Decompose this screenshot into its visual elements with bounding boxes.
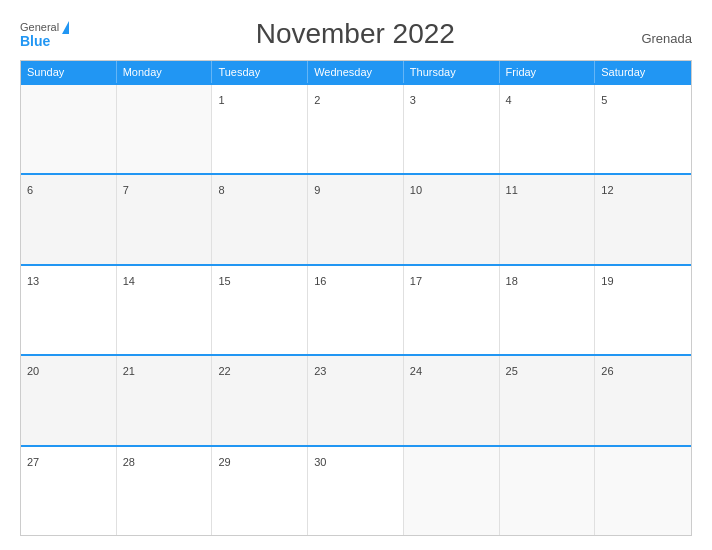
- day-cell: 26: [595, 356, 691, 444]
- day-cell: 1: [212, 85, 308, 173]
- day-cell: 23: [308, 356, 404, 444]
- week-row: 27 28 29 30: [21, 445, 691, 535]
- day-cell: [117, 85, 213, 173]
- day-cell: 19: [595, 266, 691, 354]
- day-cell: 29: [212, 447, 308, 535]
- day-cell: [21, 85, 117, 173]
- header-sunday: Sunday: [21, 61, 117, 83]
- logo-blue-text: Blue: [20, 34, 50, 48]
- day-cell: 13: [21, 266, 117, 354]
- header-monday: Monday: [117, 61, 213, 83]
- page: General Blue November 2022 Grenada Sunda…: [0, 0, 712, 550]
- day-cell: 15: [212, 266, 308, 354]
- month-title: November 2022: [256, 18, 455, 50]
- day-cell: 20: [21, 356, 117, 444]
- day-cell: 18: [500, 266, 596, 354]
- header-friday: Friday: [500, 61, 596, 83]
- logo: General Blue: [20, 21, 69, 48]
- day-cell: 12: [595, 175, 691, 263]
- country-name: Grenada: [641, 31, 692, 50]
- day-cell: 6: [21, 175, 117, 263]
- day-cell: 25: [500, 356, 596, 444]
- header-saturday: Saturday: [595, 61, 691, 83]
- day-cell: [500, 447, 596, 535]
- day-headers: Sunday Monday Tuesday Wednesday Thursday…: [21, 61, 691, 83]
- header-wednesday: Wednesday: [308, 61, 404, 83]
- day-cell: 22: [212, 356, 308, 444]
- logo-triangle-icon: [62, 21, 69, 34]
- day-cell: 5: [595, 85, 691, 173]
- logo-icon: General Blue: [20, 21, 69, 48]
- week-row: 1 2 3 4 5: [21, 83, 691, 173]
- day-cell: 8: [212, 175, 308, 263]
- day-cell: 24: [404, 356, 500, 444]
- week-row: 13 14 15 16 17 18 19: [21, 264, 691, 354]
- day-cell: 10: [404, 175, 500, 263]
- day-cell: 28: [117, 447, 213, 535]
- day-cell: 4: [500, 85, 596, 173]
- header-tuesday: Tuesday: [212, 61, 308, 83]
- day-cell: 2: [308, 85, 404, 173]
- logo-general-text: General: [20, 21, 59, 33]
- day-cell: 17: [404, 266, 500, 354]
- day-cell: 21: [117, 356, 213, 444]
- day-cell: 9: [308, 175, 404, 263]
- header-thursday: Thursday: [404, 61, 500, 83]
- calendar: Sunday Monday Tuesday Wednesday Thursday…: [20, 60, 692, 536]
- day-cell: [595, 447, 691, 535]
- day-cell: 30: [308, 447, 404, 535]
- week-row: 20 21 22 23 24 25 26: [21, 354, 691, 444]
- day-cell: 7: [117, 175, 213, 263]
- header: General Blue November 2022 Grenada: [20, 18, 692, 50]
- weeks: 1 2 3 4 5 6 7 8 9 10 11 12 13 14 15 16: [21, 83, 691, 535]
- week-row: 6 7 8 9 10 11 12: [21, 173, 691, 263]
- day-cell: 3: [404, 85, 500, 173]
- day-cell: 14: [117, 266, 213, 354]
- day-cell: [404, 447, 500, 535]
- day-cell: 11: [500, 175, 596, 263]
- day-cell: 27: [21, 447, 117, 535]
- day-cell: 16: [308, 266, 404, 354]
